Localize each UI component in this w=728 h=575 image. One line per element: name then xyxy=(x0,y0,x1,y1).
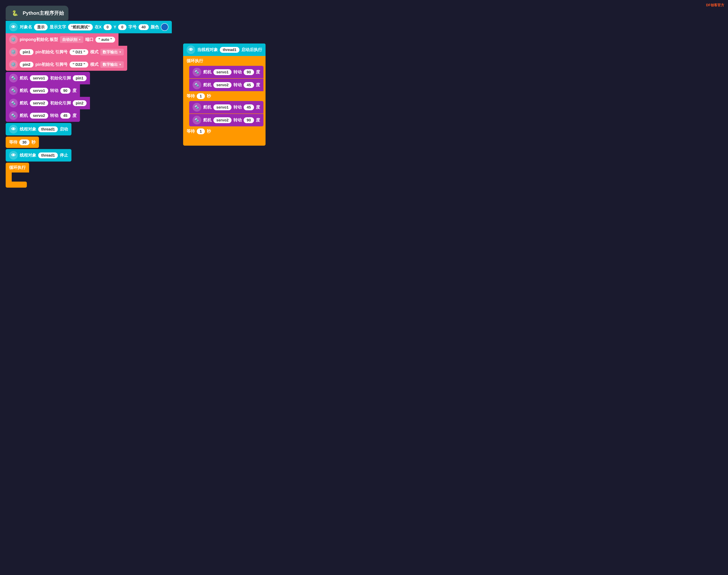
servo2-rot45-label2: 转动 xyxy=(50,113,59,119)
thread-header-label1: 当线程对象 xyxy=(197,47,218,53)
servo1-init-block: 🔩 舵机 servo1 初始化引脚 pin1 xyxy=(6,72,90,84)
pin2-icon: ⚙️ xyxy=(9,60,18,69)
servo2-init-block: 🔩 舵机 servo2 初始化引脚 pin2 xyxy=(6,97,90,109)
right-panel: 👁 当线程对象 thread1 启动后执行 循环执行 🔩 舵机 servo1 转… xyxy=(183,43,265,146)
pin2-mode-dropdown[interactable]: 数字输出▼ xyxy=(100,61,124,68)
loop-label-block: 循环执行 xyxy=(6,163,29,172)
display-y-pill[interactable]: 0 xyxy=(118,24,126,30)
servo1-rotate90-block: 🔩 舵机 servo1 转动 90 度 xyxy=(6,84,80,97)
right-loop-label: 循环执行 xyxy=(183,56,207,66)
pin2-label: pin初始化 引脚号 xyxy=(35,62,68,67)
thread1-stop-name-pill[interactable]: thread1 xyxy=(38,153,58,158)
r-servo1-45-label1: 舵机 xyxy=(203,104,212,110)
thread-header-name-pill[interactable]: thread1 xyxy=(220,47,240,53)
r-servo2-90-name-pill[interactable]: servo2 xyxy=(213,117,232,123)
board-type-dropdown[interactable]: 自动识别▼ xyxy=(60,36,83,43)
servo2-init-pin-pill[interactable]: pin2 xyxy=(73,100,86,106)
pin1-init-block: ⚙️ pin1 pin初始化 引脚号 " D21 " 模式 数字输出▼ xyxy=(6,46,127,58)
r-wait1b-label2: 秒 xyxy=(207,128,211,134)
port-pill[interactable]: " auto " xyxy=(96,37,115,42)
loop-bottom-shape xyxy=(6,172,29,188)
pin1-name-pill[interactable]: pin1 xyxy=(20,49,33,55)
display-icon: 👁 xyxy=(9,23,18,31)
thread1-start-block: 👁 线程对象 thread1 启动 xyxy=(6,123,71,135)
thread1-stop-block: 👁 线程对象 thread1 停止 xyxy=(6,149,71,162)
r-servo1-45-deg-pill[interactable]: 45 xyxy=(244,104,254,110)
r-servo1-90-label2: 转动 xyxy=(233,69,242,75)
wait30-label1: 等待 xyxy=(9,139,17,145)
r-wait1a-block: 等待 1 秒 xyxy=(183,91,214,101)
r-servo2-90-block: 🔩 舵机 servo2 转动 90 度 xyxy=(189,114,263,126)
r-wait1a-label1: 等待 xyxy=(186,93,195,99)
r-servo2-45-block: 🔩 舵机 servo2 转动 45 度 xyxy=(189,79,263,91)
display-text-pill[interactable]: "舵机测试" xyxy=(68,24,93,30)
servo1-rot90-label1: 舵机 xyxy=(20,88,28,94)
python-header-label: Python主程序开始 xyxy=(23,10,64,16)
servo1-rot90-icon: 🔩 xyxy=(9,86,18,95)
df-logo: DF创客官方 xyxy=(706,3,724,7)
servo2-rot45-name-pill[interactable]: servo2 xyxy=(30,113,48,119)
display-label2: 显示文字 xyxy=(49,24,66,30)
thread-header-icon: 👁 xyxy=(186,45,195,54)
r-servo1-45-name-pill[interactable]: servo1 xyxy=(213,104,232,110)
servo1-rot90-deg-pill[interactable]: 90 xyxy=(60,88,71,94)
servo2-rot45-deg-pill[interactable]: 45 xyxy=(60,113,71,119)
loop-label-text: 循环执行 xyxy=(9,165,26,170)
r-servo2-45-name-pill[interactable]: servo2 xyxy=(213,82,232,88)
servo2-init-label1: 舵机 xyxy=(20,100,28,106)
r-wait1a-num-pill[interactable]: 1 xyxy=(197,93,205,99)
r-servo1-90-deg-pill[interactable]: 90 xyxy=(244,69,254,75)
r-servo1-90-label1: 舵机 xyxy=(203,69,212,75)
display-name-pill[interactable]: 显示 xyxy=(34,24,48,30)
r-servo1-90-name-pill[interactable]: servo1 xyxy=(213,69,232,75)
servo1-init-pin-pill[interactable]: pin1 xyxy=(73,75,86,81)
r-servo2-90-deg-pill[interactable]: 90 xyxy=(244,117,254,123)
thread1-start-label1: 线程对象 xyxy=(20,126,36,132)
thread1-start-label2: 启动 xyxy=(60,126,68,132)
r-servo1-45-block: 🔩 舵机 servo1 转动 45 度 xyxy=(189,101,263,113)
display-x-pill[interactable]: 0 xyxy=(104,24,112,30)
wait30-label2: 秒 xyxy=(31,139,36,145)
pin1-mode-label: 模式 xyxy=(90,49,99,55)
servo1-rot90-label3: 度 xyxy=(72,88,77,94)
display-block: 👁 对象名 显示 显示文字 "舵机测试" 在X 0 Y 0 字号 40 颜色 xyxy=(6,21,172,33)
python-icon: 🐍 xyxy=(10,8,20,18)
port-label: 端口 xyxy=(85,37,94,42)
pin1-label: pin初始化 引脚号 xyxy=(35,49,68,55)
pin2-mode-label: 模式 xyxy=(90,62,99,67)
display-fontsize-pill[interactable]: 40 xyxy=(139,24,149,30)
r-wait1a-label2: 秒 xyxy=(207,93,211,99)
wait30-num-pill[interactable]: 30 xyxy=(19,139,30,145)
servo2-init-icon: 🔩 xyxy=(9,99,18,107)
r-servo2-90-label1: 舵机 xyxy=(203,117,212,123)
servo1-init-label1: 舵机 xyxy=(20,75,28,81)
pin1-num-pill[interactable]: " D21 " xyxy=(70,49,88,55)
r-wait1b-num-pill[interactable]: 1 xyxy=(197,128,205,134)
servo1-init-name-pill[interactable]: servo1 xyxy=(30,75,48,81)
pin2-name-pill[interactable]: pin2 xyxy=(20,62,33,68)
display-color-dot[interactable] xyxy=(161,23,169,31)
servo2-init-name-pill[interactable]: servo2 xyxy=(30,100,48,106)
pin1-mode-dropdown[interactable]: 数字输出▼ xyxy=(100,49,124,56)
display-label1: 对象名 xyxy=(20,24,32,30)
pin2-num-pill[interactable]: " D22 " xyxy=(70,62,88,68)
thread1-stop-label2: 停止 xyxy=(60,153,68,158)
servo1-rot90-label2: 转动 xyxy=(50,88,59,94)
python-header: 🐍 Python主程序开始 xyxy=(6,6,68,21)
r-servo2-45-label3: 度 xyxy=(256,82,260,88)
r-servo2-90-label3: 度 xyxy=(256,117,260,123)
thread1-stop-icon: 👁 xyxy=(9,151,18,160)
r-servo2-45-deg-pill[interactable]: 45 xyxy=(244,82,254,88)
right-loop-content: 🔩 舵机 servo1 转动 90 度 🔩 舵机 servo2 转动 45 度 xyxy=(189,66,263,91)
r-servo1-45-icon: 🔩 xyxy=(192,103,201,111)
thread1-start-name-pill[interactable]: thread1 xyxy=(38,126,58,132)
thread-header-label2: 启动后执行 xyxy=(241,47,262,53)
display-label5: 字号 xyxy=(128,24,137,30)
pinpong-icon: ⚙️ xyxy=(9,35,18,44)
left-panel: 🐍 Python主程序开始 👁 对象名 显示 显示文字 "舵机测试" 在X 0 … xyxy=(6,6,172,188)
r-wait1b-label1: 等待 xyxy=(186,128,195,134)
servo2-rot45-label1: 舵机 xyxy=(20,113,28,119)
display-label4: Y xyxy=(114,25,116,30)
servo1-rot90-name-pill[interactable]: servo1 xyxy=(30,88,48,94)
right-loop-content2: 🔩 舵机 servo1 转动 45 度 🔩 舵机 servo2 转动 90 度 xyxy=(189,101,263,126)
